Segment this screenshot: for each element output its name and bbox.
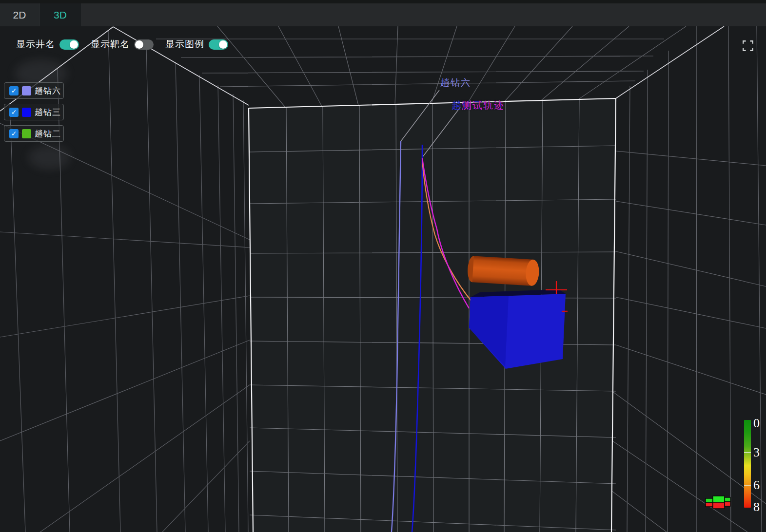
legend-item-label: 趟钻三 [35, 107, 61, 118]
well-label-test-trajectory: 测试轨迹 [462, 99, 505, 112]
scene-canvas [0, 26, 766, 532]
watermark-smudge [28, 145, 70, 170]
legend-item-run3[interactable]: ✓ 趟钻三 [4, 104, 64, 120]
well-trajectory-3d-viewer: { "tabs": [ {"label": "2D", "active": fa… [0, 0, 766, 532]
legend-item-run6[interactable]: ✓ 趟钻六 [4, 82, 64, 99]
colorbar-tick-label: 0 [753, 416, 760, 431]
target-cylinder [467, 256, 540, 286]
toggle-well-names[interactable] [59, 39, 79, 50]
drill-tool-glyph [706, 496, 730, 509]
colorbar-tick [744, 452, 751, 453]
legend-item-run2[interactable]: ✓ 趟钻二 [4, 125, 64, 142]
right-wall-grid-lines [612, 26, 766, 532]
checkbox-checked-icon[interactable]: ✓ [9, 108, 19, 117]
color-swatch [22, 108, 31, 117]
fullscreen-button[interactable] [741, 39, 755, 53]
tab-2d-label: 2D [13, 9, 26, 21]
tab-3d-label: 3D [54, 9, 67, 21]
color-swatch [22, 129, 31, 138]
colorbar-tick-label: 8 [753, 500, 760, 514]
tab-3d[interactable]: 3D [39, 3, 81, 26]
toggle-knob [135, 40, 143, 49]
legend-item-label: 趟钻六 [35, 85, 61, 96]
toggle-target-names-label: 显示靶名 [91, 38, 130, 51]
toggle-target-names[interactable] [134, 39, 154, 50]
toggle-well-names-label: 显示井名 [16, 38, 55, 51]
top-strip [0, 0, 766, 3]
display-toggles: 显示井名 显示靶名 显示图例 [16, 38, 228, 51]
fullscreen-icon [742, 39, 754, 52]
viewport-3d[interactable] [0, 26, 766, 532]
colorbar-tick-label: 3 [753, 445, 760, 460]
toggle-knob [70, 40, 78, 49]
color-swatch [22, 86, 31, 95]
toggle-legend-label: 显示图例 [165, 38, 204, 51]
well-legend: ✓ 趟钻六 ✓ 趟钻三 ✓ 趟钻二 [4, 82, 64, 147]
colorbar-tick [744, 485, 751, 486]
checkbox-checked-icon[interactable]: ✓ [9, 86, 19, 95]
toggle-legend[interactable] [209, 39, 228, 50]
tab-2d[interactable]: 2D [0, 3, 39, 26]
checkbox-checked-icon[interactable]: ✓ [9, 129, 19, 138]
colorbar-tick-label: 6 [753, 478, 760, 493]
well-label-run6: 趟钻六 [440, 76, 471, 89]
tab-bar: 2D 3D [0, 0, 766, 26]
legend-item-label: 趟钻二 [35, 128, 61, 139]
depth-colorbar [744, 420, 751, 508]
toggle-knob [219, 40, 227, 49]
